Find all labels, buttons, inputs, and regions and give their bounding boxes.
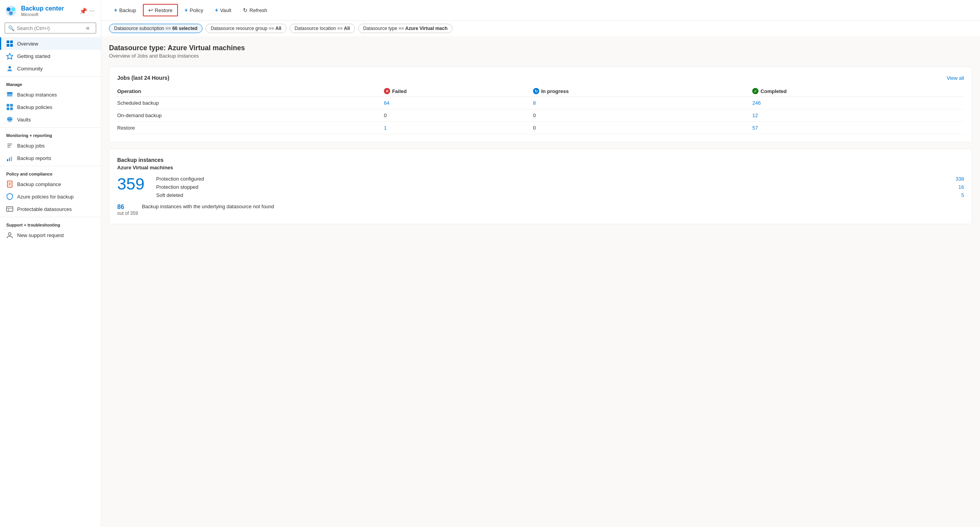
col-in-progress: ↻ In progress xyxy=(533,86,752,97)
col-completed-label: Completed xyxy=(760,88,786,94)
job-operation-2: Restore xyxy=(117,122,384,134)
stat-value-1[interactable]: 16 xyxy=(952,184,964,190)
filter-label-location: Datasource location == All xyxy=(295,26,350,31)
job-completed-0[interactable]: 246 xyxy=(752,97,964,109)
filter-chip-type[interactable]: Datasource type == Azure Virtual mach xyxy=(358,24,453,33)
sidebar-item-community[interactable]: Community xyxy=(0,62,101,75)
filter-label-type: Datasource type == Azure Virtual mach xyxy=(363,26,448,31)
job-progress-0[interactable]: 8 xyxy=(533,97,752,109)
policy-label: Policy xyxy=(190,7,203,13)
collapse-button[interactable]: « xyxy=(83,25,93,32)
svg-rect-23 xyxy=(11,156,12,161)
job-failed-2[interactable]: 1 xyxy=(384,122,533,134)
sidebar-item-label-backup-policies: Backup policies xyxy=(17,104,52,110)
app-title-block: Backup center Microsoft xyxy=(21,5,64,17)
sidebar-item-new-support[interactable]: New support request xyxy=(0,229,101,241)
stat-row: Soft deleted 5 xyxy=(156,192,964,198)
svg-point-3 xyxy=(9,11,13,15)
stat-value-2[interactable]: 5 xyxy=(952,192,964,198)
shield-icon xyxy=(6,193,13,200)
grid-icon xyxy=(6,40,13,47)
nav-section-support-label: Support + troubleshooting xyxy=(0,217,101,229)
sidebar-item-backup-policies[interactable]: Backup policies xyxy=(0,101,101,113)
cloud-icon xyxy=(6,116,13,123)
sidebar: Backup center Microsoft 📌 ··· 🔍 « Overvi… xyxy=(0,0,101,527)
col-completed: ✓ Completed xyxy=(752,86,964,97)
instances-card: Backup instances Azure Virtual machines … xyxy=(109,149,972,224)
chart-icon xyxy=(6,155,13,162)
sidebar-item-label-getting-started: Getting started xyxy=(17,53,50,59)
stat-row: Protection stopped 16 xyxy=(156,184,964,190)
search-container[interactable]: 🔍 « xyxy=(5,23,96,33)
vault-button[interactable]: + Vault xyxy=(210,4,236,16)
filter-label-resource-group: Datasource resource group == All xyxy=(211,26,281,31)
table-row: Restore 1 0 57 xyxy=(117,122,964,134)
refresh-button[interactable]: ↻ Refresh xyxy=(238,4,273,16)
nav-section-monitoring-label: Monitoring + reporting xyxy=(0,127,101,139)
search-input[interactable] xyxy=(17,25,81,31)
doc-icon xyxy=(6,181,13,188)
svg-marker-8 xyxy=(7,53,13,59)
nav-section-policy-label: Policy and compliance xyxy=(0,166,101,178)
sidebar-item-backup-jobs[interactable]: Backup jobs xyxy=(0,139,101,152)
job-failed-0[interactable]: 64 xyxy=(384,97,533,109)
list-icon xyxy=(6,142,13,149)
footer-count-block: 86 out of 359 xyxy=(117,204,138,216)
svg-rect-22 xyxy=(9,158,10,161)
instances-stats: Protection configured 338 Protection sto… xyxy=(156,176,964,198)
svg-point-2 xyxy=(11,7,15,11)
footer-sublabel: out of 359 xyxy=(117,211,138,216)
job-completed-1[interactable]: 12 xyxy=(752,109,964,122)
sidebar-item-protectable-datasources[interactable]: Protectable datasources xyxy=(0,203,101,215)
sidebar-item-backup-compliance[interactable]: Backup compliance xyxy=(0,178,101,190)
filter-chip-subscription[interactable]: Datasource subscription == 66 selected xyxy=(109,24,202,33)
search-icon: 🔍 xyxy=(8,25,14,31)
pin-icon[interactable]: 📌 xyxy=(79,7,87,15)
nav-section-manage-label: Manage xyxy=(0,76,101,88)
job-operation-1: On-demand backup xyxy=(117,109,384,122)
policy-button[interactable]: + Policy xyxy=(179,4,208,16)
sidebar-item-getting-started[interactable]: Getting started xyxy=(0,50,101,62)
sidebar-item-azure-policies[interactable]: Azure policies for backup xyxy=(0,190,101,203)
people-icon xyxy=(6,65,13,72)
sidebar-item-overview[interactable]: Overview xyxy=(0,37,101,50)
restore-icon: ↩ xyxy=(148,7,153,13)
job-operation-0: Scheduled backup xyxy=(117,97,384,109)
backup-plus-icon: + xyxy=(114,7,117,13)
svg-rect-4 xyxy=(7,40,9,43)
grid2-icon xyxy=(6,104,13,111)
restore-label: Restore xyxy=(155,7,173,13)
backup-button[interactable]: + Backup xyxy=(109,4,141,16)
toolbar: + Backup ↩ Restore + Policy + Vault ↻ Re… xyxy=(101,0,980,21)
header-actions: 📌 ··· xyxy=(79,7,95,15)
job-completed-2[interactable]: 57 xyxy=(752,122,964,134)
refresh-icon: ↻ xyxy=(243,7,248,13)
star-icon xyxy=(6,53,13,60)
footer-description: Backup instances with the underlying dat… xyxy=(142,204,274,209)
restore-button[interactable]: ↩ Restore xyxy=(143,4,178,16)
svg-rect-16 xyxy=(10,107,13,110)
filter-chip-location[interactable]: Datasource location == All xyxy=(290,24,355,33)
footer-count[interactable]: 86 xyxy=(117,204,138,211)
nav-container: OverviewGetting startedCommunityManageBa… xyxy=(0,37,101,241)
sidebar-item-backup-reports[interactable]: Backup reports xyxy=(0,152,101,164)
completed-status-icon: ✓ xyxy=(752,88,758,94)
sidebar-item-vaults[interactable]: Vaults xyxy=(0,113,101,126)
table-row: Scheduled backup 64 8 246 xyxy=(117,97,964,109)
sidebar-item-backup-instances[interactable]: Backup instances xyxy=(0,88,101,101)
sidebar-item-label-community: Community xyxy=(17,66,43,72)
instances-total-count[interactable]: 359 xyxy=(117,176,144,192)
col-failed: ✕ Failed xyxy=(384,86,533,97)
more-icon[interactable]: ··· xyxy=(90,7,95,15)
stat-value-0[interactable]: 338 xyxy=(952,176,964,182)
app-title: Backup center xyxy=(21,5,64,12)
filter-chip-resource-group[interactable]: Datasource resource group == All xyxy=(206,24,286,33)
sidebar-item-label-protectable-datasources: Protectable datasources xyxy=(17,206,72,212)
view-all-link[interactable]: View all xyxy=(947,75,964,81)
vault-plus-icon: + xyxy=(215,7,218,13)
sidebar-item-label-backup-compliance: Backup compliance xyxy=(17,181,61,187)
sidebar-header: Backup center Microsoft 📌 ··· xyxy=(0,0,101,20)
policy-plus-icon: + xyxy=(185,7,188,13)
col-progress-label: In progress xyxy=(541,88,569,94)
job-failed-1: 0 xyxy=(384,109,533,122)
